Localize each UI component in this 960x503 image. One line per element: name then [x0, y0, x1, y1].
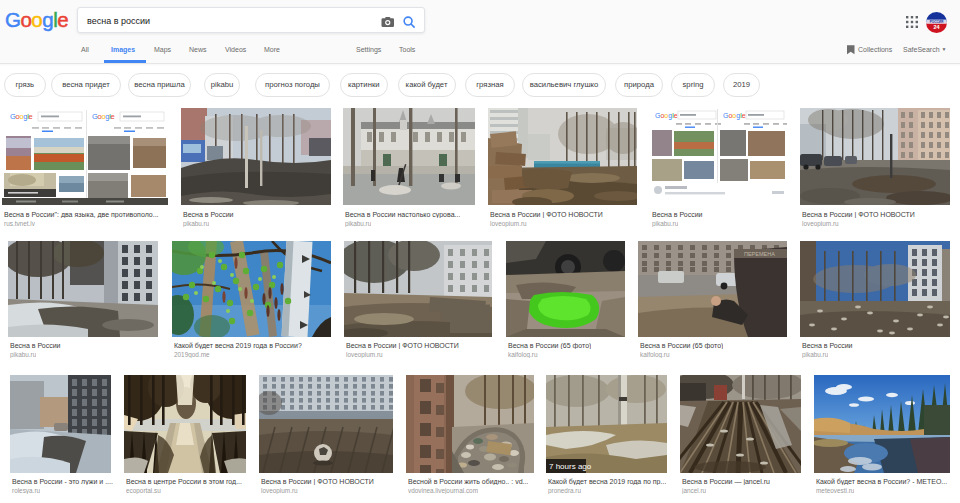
svg-text:Google: Google: [655, 112, 678, 120]
svg-text:РОССИЯ: РОССИЯ: [930, 20, 944, 24]
svg-text:7 hours ago: 7 hours ago: [549, 462, 592, 471]
svg-text:Google: Google: [92, 112, 115, 121]
svg-text:Google: Google: [10, 112, 33, 121]
svg-text:Google: Google: [723, 112, 746, 120]
svg-text:ПЕРЕМЕНА: ПЕРЕМЕНА: [744, 251, 775, 257]
svg-text:24: 24: [933, 24, 940, 30]
